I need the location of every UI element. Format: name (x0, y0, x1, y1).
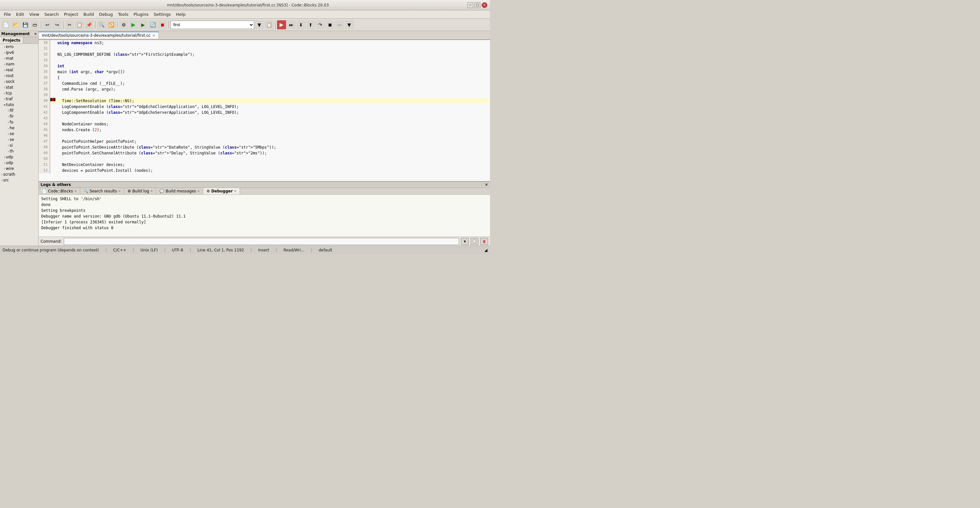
sidebar-tree-item[interactable]: ›tcp (0, 90, 38, 96)
new-file-button[interactable]: 📄 (1, 20, 10, 29)
log-tab-close-icon[interactable]: ✕ (197, 190, 200, 193)
code-line[interactable]: 50 (39, 156, 490, 162)
menu-settings[interactable]: Settings (151, 11, 173, 18)
editor-tab-close-icon[interactable]: ✕ (153, 34, 155, 37)
log-tab-search-results[interactable]: 🔍Search results✕ (80, 188, 124, 194)
target-info-button[interactable]: 📋 (264, 20, 274, 29)
sidebar-tree-item[interactable]: ›si (0, 142, 38, 148)
log-tab-build-log[interactable]: ⚙Build log✕ (124, 188, 157, 194)
editor-tab-first-cc[interactable]: mnt/dev/tools/source/ns-3-dev/examples/t… (39, 32, 159, 39)
replace-button[interactable]: 🔁 (107, 20, 116, 29)
sidebar-tree-item[interactable]: ›he (0, 125, 38, 131)
undo-button[interactable]: ↩ (43, 20, 52, 29)
code-line[interactable]: 41 LogComponentEnable (class="str">"UdpE… (39, 104, 490, 110)
save-all-button[interactable]: 🗃 (30, 20, 39, 29)
log-tab-close-icon[interactable]: ✕ (75, 190, 77, 193)
sidebar-tree-item[interactable]: ›wire (0, 166, 38, 172)
sidebar-tree-item[interactable]: ›se (0, 137, 38, 142)
command-down-button[interactable]: ▼ (461, 238, 469, 245)
sidebar-tree-item[interactable]: ›traf (0, 96, 38, 102)
code-line[interactable]: 30using namespace ns3; (39, 40, 490, 46)
debug-step-button[interactable]: ⬇ (296, 20, 305, 29)
code-line[interactable]: 48 pointToPoint.SetDeviceAttribute (clas… (39, 144, 490, 150)
log-tab-debugger[interactable]: ⚙Debugger✕ (203, 188, 240, 194)
sidebar-tree-item[interactable]: ›fif (0, 108, 38, 113)
debug-expand-button[interactable]: ▼ (345, 20, 354, 29)
code-line[interactable]: 52 devices = pointToPoint.Install (nodes… (39, 167, 490, 174)
command-clear-button[interactable]: 🗑 (480, 238, 488, 245)
save-button[interactable]: 💾 (21, 20, 30, 29)
run-button[interactable]: ▶ (129, 20, 138, 29)
code-line[interactable]: 32NS_LOG_COMPONENT_DEFINE (class="str">"… (39, 52, 490, 57)
menu-view[interactable]: View (27, 11, 42, 18)
build-button[interactable]: ⚙ (119, 20, 128, 29)
minimize-button[interactable]: ─ (468, 2, 473, 8)
debug-next-button[interactable]: ⏭ (287, 20, 296, 29)
code-editor[interactable]: 30using namespace ns3;3132NS_LOG_COMPONE… (39, 40, 490, 181)
logs-close-icon[interactable]: ✕ (485, 182, 488, 187)
sidebar-tree-item[interactable]: ›erro (0, 44, 38, 49)
debug-continue-button[interactable]: ↷ (316, 20, 325, 29)
menu-project[interactable]: Project (61, 11, 81, 18)
log-tab-close-icon[interactable]: ✕ (150, 190, 153, 193)
stop-button[interactable]: ⏹ (158, 20, 167, 29)
sidebar-tree-item[interactable]: ›sock (0, 79, 38, 84)
code-line[interactable]: 39 (39, 92, 490, 98)
sidebar-tree-item[interactable]: ›th (0, 148, 38, 154)
menu-debug[interactable]: Debug (97, 11, 116, 18)
sidebar-tree-item[interactable]: ›udp (0, 154, 38, 160)
sidebar-tree-item[interactable]: ›fo (0, 119, 38, 125)
menu-help[interactable]: Help (173, 11, 188, 18)
debug-stop-button[interactable]: ⏹ (325, 20, 334, 29)
log-tab-close-icon[interactable]: ✕ (234, 190, 237, 193)
log-tab-build-messages[interactable]: 💬Build messages✕ (156, 188, 203, 194)
code-line[interactable]: 40 Time::SetResolution (Time::NS); (39, 98, 490, 104)
copy-button[interactable]: 📋 (75, 20, 84, 29)
sidebar-tree-item[interactable]: ›ipv6 (0, 49, 38, 56)
menu-plugins[interactable]: Plugins (131, 11, 151, 18)
code-line[interactable]: 47 PointToPointHelper pointToPoint; (39, 139, 490, 144)
code-line[interactable]: 35main (int argc, char *argv[]) (39, 69, 490, 75)
menu-edit[interactable]: Edit (14, 11, 27, 18)
code-line[interactable]: 31 (39, 46, 490, 52)
code-line[interactable]: 51 NetDeviceContainer devices; (39, 162, 490, 167)
open-file-button[interactable]: 📂 (11, 20, 20, 29)
command-input[interactable] (64, 238, 459, 245)
sidebar-tree-item[interactable]: ›scrath (0, 172, 38, 177)
sidebar-tree-item[interactable]: ›se (0, 131, 38, 137)
sidebar-tree-item[interactable]: ›mat (0, 56, 38, 61)
code-line[interactable]: 49 pointToPoint.SetChannelAttribute (cla… (39, 150, 490, 156)
sidebar-tree[interactable]: ›erro›ipv6›mat›nam›real›rout›sock›stat›t… (0, 44, 38, 245)
debug-run-button[interactable]: ▶ (277, 20, 286, 29)
menu-build[interactable]: Build (81, 11, 97, 18)
sidebar-tree-item[interactable]: ›udp (0, 160, 38, 166)
build-target-select[interactable]: first (170, 21, 254, 29)
code-line[interactable]: 38 cmd.Parse (argc, argv); (39, 86, 490, 92)
command-copy-button[interactable]: 📋 (471, 238, 479, 245)
search-button[interactable]: 🔍 (97, 20, 106, 29)
redo-button[interactable]: ↪ (52, 20, 62, 29)
code-line[interactable]: 46 (39, 133, 490, 139)
target-dropdown-button[interactable]: ▼ (255, 20, 264, 29)
maximize-button[interactable]: □ (474, 2, 480, 8)
sidebar-tab-projects[interactable]: Projects (0, 37, 23, 43)
window-controls[interactable]: ─ □ ✕ (468, 2, 487, 8)
build-run-button[interactable]: ▶ (138, 20, 148, 29)
debug-more-button[interactable]: ⋯ (335, 20, 344, 29)
paste-button[interactable]: 📌 (84, 20, 94, 29)
code-line[interactable]: 33 (39, 57, 490, 63)
menu-search[interactable]: Search (42, 11, 62, 18)
menu-file[interactable]: File (1, 11, 14, 18)
sidebar-tree-item[interactable]: ▾tuto (0, 102, 38, 108)
code-line[interactable]: 36{ (39, 75, 490, 81)
code-line[interactable]: 37 CommandLine cmd (__FILE__); (39, 81, 490, 86)
cut-button[interactable]: ✂ (65, 20, 74, 29)
debug-out-button[interactable]: ⬆ (306, 20, 315, 29)
code-line[interactable]: 34int (39, 63, 490, 69)
sidebar-close-icon[interactable]: ✕ (34, 32, 37, 36)
close-button[interactable]: ✕ (482, 2, 487, 8)
log-tab-code::blocks[interactable]: 📄Code::Blocks✕ (39, 188, 80, 194)
code-line[interactable]: 43 (39, 115, 490, 121)
sidebar-tree-item[interactable]: ›fir (0, 113, 38, 119)
menu-tools[interactable]: Tools (115, 11, 131, 18)
